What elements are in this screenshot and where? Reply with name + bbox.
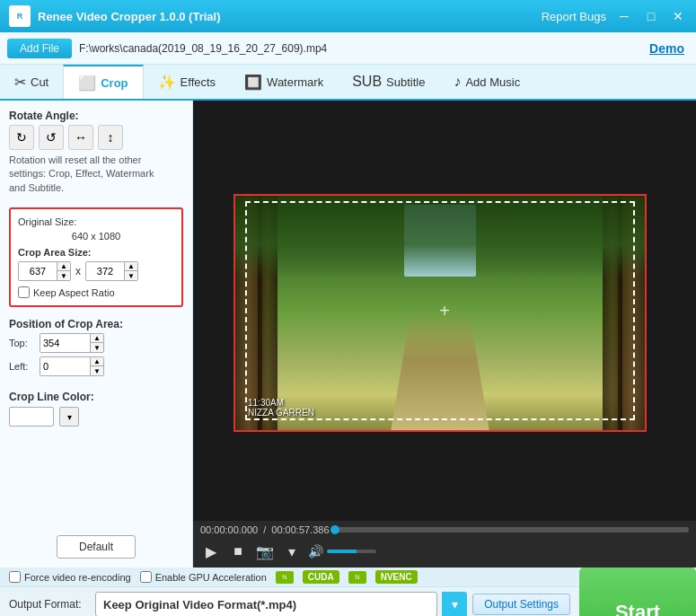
- keep-aspect-label: Keep Aspect Ratio: [33, 287, 115, 298]
- add-file-button[interactable]: Add File: [7, 39, 72, 58]
- crop-height-spinbox[interactable]: [85, 261, 138, 281]
- output-format-select[interactable]: Keep Original Video Format(*.mp4): [95, 592, 437, 616]
- crop-width-input[interactable]: [19, 262, 57, 280]
- output-format-dropdown-btn[interactable]: ▾: [442, 592, 467, 616]
- crop-height-arrows: [124, 261, 137, 281]
- progress-thumb: [330, 525, 339, 534]
- titlebar: R Renee Video Cropper 1.0.0 (Trial) Repo…: [0, 0, 696, 32]
- cut-icon: ✂: [14, 74, 26, 91]
- x-separator: x: [75, 265, 81, 277]
- crop-width-up[interactable]: [57, 261, 70, 271]
- tabbar: ✂ Cut ⬜ Crop ✨ Effects 🔲 Watermark SUB S…: [0, 65, 696, 101]
- path-visual: [391, 313, 489, 431]
- output-format-label: Output Format:: [9, 598, 90, 611]
- cropline-color-label: Crop Line Color:: [9, 391, 183, 403]
- restore-button[interactable]: □: [642, 7, 660, 25]
- camera-dropdown[interactable]: ▾: [281, 541, 303, 562]
- flip-v-button[interactable]: ↕: [98, 125, 123, 150]
- top-up[interactable]: [91, 333, 103, 343]
- tab-crop[interactable]: ⬜ Crop: [63, 65, 143, 99]
- video-area: 11:30AM NIZZA GARREN +: [193, 101, 696, 521]
- enable-gpu-checkbox[interactable]: [140, 571, 152, 583]
- tab-add-music[interactable]: ♪ Add Music: [439, 65, 534, 99]
- tab-cut[interactable]: ✂ Cut: [0, 65, 63, 99]
- left-value-input[interactable]: [40, 357, 90, 375]
- top-spinbox[interactable]: [40, 333, 104, 353]
- player-controls: 00:00:00.000 / 00:00:57.386 ▶ ■ 📷 ▾ 🔊: [193, 521, 696, 568]
- volume-bar[interactable]: [327, 550, 376, 553]
- play-button[interactable]: ▶: [200, 541, 222, 562]
- output-settings-button[interactable]: Output Settings: [472, 594, 570, 615]
- color-picker-swatch[interactable]: [9, 407, 54, 427]
- flip-h-button[interactable]: ↔: [68, 125, 93, 150]
- rotation-note-line1: Rotation will reset all the other: [9, 154, 141, 165]
- default-button[interactable]: Default: [57, 535, 136, 559]
- start-button[interactable]: Start: [579, 568, 696, 616]
- volume-slider[interactable]: 🔊: [308, 544, 376, 559]
- report-bugs-link[interactable]: Report Bugs: [542, 10, 606, 23]
- nvenc-badge: NVENC: [375, 570, 418, 584]
- main-content: Rotate Angle: ↻ ↺ ↔ ↕ Rotation will rese…: [0, 101, 696, 568]
- crop-height-down[interactable]: [125, 271, 137, 281]
- top-value-input[interactable]: [40, 334, 90, 352]
- left-up[interactable]: [91, 356, 103, 366]
- rotate-cw-button[interactable]: ↻: [9, 125, 34, 150]
- keep-aspect-ratio-row: Keep Aspect Ratio: [18, 286, 174, 298]
- stop-button[interactable]: ■: [227, 541, 249, 562]
- file-path-display: F:\works\canada(2019_08_19_16_20_27_609)…: [79, 42, 649, 55]
- keep-aspect-checkbox[interactable]: [18, 286, 30, 298]
- crop-size-box: Original Size: 640 x 1080 Crop Area Size…: [9, 207, 183, 307]
- rotate-ccw-button[interactable]: ↺: [39, 125, 64, 150]
- cuda-badge: CUDA: [303, 570, 339, 584]
- close-button[interactable]: ✕: [669, 7, 687, 25]
- timestamp-location: NIZZA GARREN: [248, 408, 314, 418]
- timestamp-time: 11:30AM: [248, 398, 314, 408]
- watermark-icon: 🔲: [244, 74, 262, 91]
- cropline-color-row: ▾: [9, 407, 183, 427]
- left-label: Left:: [9, 361, 34, 372]
- left-down[interactable]: [91, 366, 103, 376]
- output-format-value: Keep Original Video Format(*.mp4): [103, 598, 296, 612]
- output-format-row: Output Format: Keep Original Video Forma…: [0, 587, 579, 616]
- bottom-section: Force video re-encoding Enable GPU Accel…: [0, 568, 696, 616]
- crop-width-spinbox[interactable]: [18, 261, 71, 281]
- screenshot-button[interactable]: 📷: [254, 541, 276, 562]
- progress-bar[interactable]: [335, 527, 689, 532]
- tab-cut-label: Cut: [31, 75, 48, 89]
- demo-link[interactable]: Demo: [649, 41, 684, 56]
- volume-icon: 🔊: [308, 544, 323, 559]
- nvidia-logo-nvenc: N: [348, 571, 366, 584]
- tab-watermark[interactable]: 🔲 Watermark: [230, 65, 338, 99]
- crop-height-up[interactable]: [125, 261, 137, 271]
- filebar: Add File F:\works\canada(2019_08_19_16_2…: [0, 32, 696, 65]
- time-total: 00:00:57.386: [271, 524, 329, 535]
- tab-effects[interactable]: ✨ Effects: [144, 65, 231, 99]
- top-down[interactable]: [91, 343, 103, 353]
- rotate-angle-section: Rotate Angle: ↻ ↺ ↔ ↕ Rotation will rese…: [9, 110, 183, 200]
- time-separator: /: [263, 524, 266, 535]
- force-reencode-checkbox[interactable]: [9, 571, 21, 583]
- crop-height-input[interactable]: [86, 262, 124, 280]
- tab-crop-label: Crop: [101, 76, 128, 90]
- position-section: Position of Crop Area: Top: Left:: [9, 318, 183, 380]
- enable-gpu-label: Enable GPU Acceleration: [155, 572, 267, 583]
- effects-icon: ✨: [158, 74, 176, 91]
- left-spinbox[interactable]: [40, 356, 104, 376]
- tab-subtitle[interactable]: SUB Subtitle: [338, 65, 439, 99]
- force-reencode-label: Force video re-encoding: [24, 572, 131, 583]
- original-size-value: 640 x 1080: [18, 231, 174, 242]
- crosshair-icon: +: [439, 301, 450, 321]
- crop-area-row: x: [18, 261, 174, 281]
- time-current: 00:00:00.000: [200, 524, 258, 535]
- app-title: Renee Video Cropper 1.0.0 (Trial): [38, 10, 542, 23]
- nvidia-logo-cuda: N: [276, 571, 294, 584]
- video-preview: 11:30AM NIZZA GARREN +: [193, 101, 696, 521]
- right-panel: 11:30AM NIZZA GARREN + 00:00:00.000 /: [193, 101, 696, 568]
- titlebar-controls: Report Bugs ─ □ ✕: [542, 7, 687, 25]
- crop-width-down[interactable]: [57, 271, 70, 281]
- top-label: Top:: [9, 338, 34, 348]
- position-of-crop-label: Position of Crop Area:: [9, 318, 183, 330]
- color-dropdown-arrow[interactable]: ▾: [59, 407, 79, 427]
- minimize-button[interactable]: ─: [615, 7, 633, 25]
- crop-width-arrows: [57, 261, 70, 281]
